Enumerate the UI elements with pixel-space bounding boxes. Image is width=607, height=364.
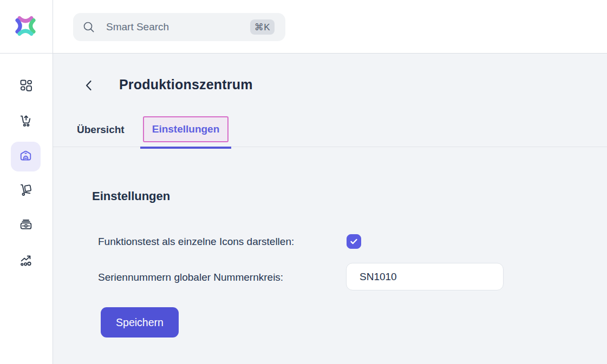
sidebar-item-analytics[interactable]	[11, 246, 41, 276]
search-icon	[82, 21, 95, 34]
sidebar-item-logistics[interactable]	[11, 176, 41, 206]
app-logo[interactable]	[12, 14, 38, 38]
serial-field-label: Seriennummern globaler Nummernkreis:	[98, 272, 283, 283]
save-button[interactable]: Speichern	[101, 307, 179, 337]
hand-truck-icon	[19, 183, 33, 199]
keyboard-shortcut-badge: ⌘K	[250, 19, 275, 35]
active-tab-underline	[140, 147, 231, 149]
warehouse-icon	[18, 148, 33, 165]
settings-heading: Einstellungen	[92, 189, 170, 203]
dashboard-grid-icon	[19, 78, 33, 95]
sidebar-item-finance[interactable]	[11, 211, 41, 241]
topbar: ⌘K	[0, 0, 607, 53]
sidebar-item-dashboard[interactable]	[11, 71, 41, 101]
smart-search-bar[interactable]: ⌘K	[73, 13, 285, 41]
toggle-field-label: Funktionstest als einzelne Icons darstel…	[98, 236, 294, 248]
trend-chart-icon	[19, 253, 33, 269]
page-title: Produktionszentrum	[119, 77, 253, 92]
serial-number-input[interactable]	[346, 263, 504, 290]
banknote-icon	[19, 218, 33, 234]
checkmark-icon	[349, 237, 358, 246]
tab-uebersicht[interactable]: Übersicht	[77, 124, 125, 136]
header-divider	[0, 53, 607, 54]
back-button[interactable]	[82, 79, 97, 94]
sidebar-item-purchasing[interactable]	[11, 107, 41, 136]
tab-einstellungen[interactable]: Einstellungen	[143, 116, 229, 142]
search-input[interactable]	[106, 21, 250, 33]
sidebar-item-production-center[interactable]	[11, 142, 41, 171]
tabs-divider	[53, 147, 607, 147]
icons-toggle-checkbox[interactable]	[347, 234, 361, 249]
tab-einstellungen-label: Einstellungen	[152, 123, 220, 135]
sidebar	[0, 0, 53, 364]
cart-arrow-up-icon	[19, 114, 33, 130]
main-content: Produktionszentrum Übersicht Einstellung…	[53, 54, 607, 364]
chevron-left-icon	[83, 78, 96, 95]
